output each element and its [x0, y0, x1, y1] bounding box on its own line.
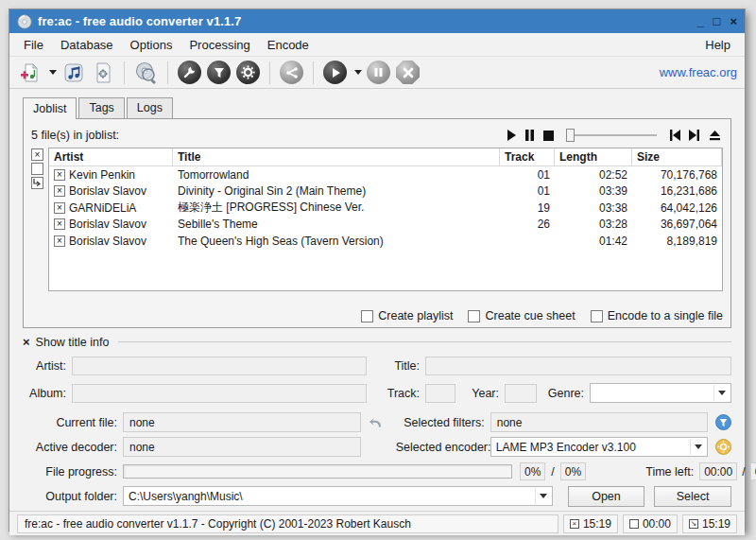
album-input[interactable]: [72, 384, 367, 403]
size-value: 64,042,126: [632, 201, 722, 215]
toolbar: www.freac.org: [9, 56, 745, 89]
genre-select[interactable]: [590, 383, 731, 403]
title-value: Tomorrowland: [173, 168, 500, 182]
eject-button[interactable]: [709, 130, 721, 141]
skip-file-icon[interactable]: [368, 414, 385, 431]
toolbar-separator: [313, 61, 314, 84]
length-value: 03:28: [555, 218, 632, 231]
tab-tags[interactable]: Tags: [78, 97, 124, 119]
encoder-badge-icon[interactable]: [714, 439, 731, 456]
length-value: 03:39: [555, 184, 632, 198]
stop-button[interactable]: [543, 131, 554, 141]
minimize-button[interactable]: _: [696, 15, 703, 27]
track-checkbox[interactable]: ×: [54, 235, 65, 247]
status-panel: Current file: none Selected filters: non…: [23, 412, 731, 511]
add-file-button[interactable]: [17, 60, 43, 85]
output-folder-value: C:\Users\yangh\Music\: [129, 490, 243, 503]
tab-logs[interactable]: Logs: [127, 97, 173, 119]
menu-encode[interactable]: Encode: [259, 35, 318, 55]
track-value: 01: [500, 184, 555, 198]
track-checkbox[interactable]: ×: [54, 218, 65, 230]
artist-value: Borislav Slavov: [69, 184, 146, 198]
current-file-label: Current file:: [23, 416, 123, 429]
menu-file[interactable]: File: [15, 35, 52, 55]
pause-icon: [367, 61, 390, 84]
close-button[interactable]: ×: [730, 15, 737, 27]
titlebar[interactable]: fre:ac - free audio converter v1.1.7 _ □…: [9, 9, 745, 33]
encoder-settings-button[interactable]: [235, 60, 261, 85]
select-all-button[interactable]: ×: [31, 148, 43, 161]
selected-encoder-select[interactable]: LAME MP3 Encoder v3.100: [490, 437, 708, 457]
open-button[interactable]: Open: [568, 486, 645, 507]
select-button[interactable]: Select: [654, 486, 731, 507]
year-input[interactable]: [505, 384, 537, 403]
collapse-icon[interactable]: ×: [23, 335, 30, 349]
track-checkbox[interactable]: ×: [54, 169, 65, 181]
maximize-button[interactable]: □: [713, 15, 721, 27]
pause-conversion-button[interactable]: [366, 60, 391, 85]
select-none-button[interactable]: [31, 163, 43, 175]
menu-database[interactable]: Database: [52, 35, 122, 55]
artist-value: GARNiDELiA: [69, 201, 136, 215]
seek-slider[interactable]: [566, 129, 657, 142]
create-cuesheet-option[interactable]: Create cue sheet: [468, 309, 575, 322]
filters-badge-icon[interactable]: [714, 414, 731, 431]
filter-settings-button[interactable]: [206, 60, 232, 85]
total-percent: 0%: [560, 462, 586, 480]
table-row[interactable]: ×Borislav Slavov Divinity - Original Sin…: [49, 183, 722, 200]
column-track[interactable]: Track: [500, 148, 555, 165]
selection-buttons: ×: [31, 148, 48, 291]
track-checkbox[interactable]: ×: [54, 202, 65, 214]
time-slash: /: [742, 465, 745, 479]
table-row[interactable]: ×Borislav Slavov Sebille's Theme 26 03:2…: [49, 217, 722, 234]
title-info-header[interactable]: Show title info: [36, 336, 110, 349]
column-artist[interactable]: Artist: [49, 148, 173, 165]
column-length[interactable]: Length: [555, 148, 632, 165]
single-file-checkbox[interactable]: [591, 310, 603, 322]
menu-help[interactable]: Help: [696, 35, 739, 55]
cddb-lookup-button[interactable]: [133, 60, 159, 85]
chevron-down-icon: [535, 488, 551, 504]
title-input[interactable]: [425, 357, 731, 375]
create-playlist-option[interactable]: Create playlist: [361, 309, 453, 322]
next-track-button[interactable]: [689, 130, 700, 141]
toggle-selection-button[interactable]: [31, 177, 43, 189]
tabstrip: Joblist Tags Logs: [9, 89, 745, 118]
column-size[interactable]: Size: [632, 148, 722, 165]
time-total-value: 15:19: [702, 517, 730, 531]
track-input[interactable]: [425, 384, 455, 403]
menu-processing[interactable]: Processing: [180, 35, 258, 55]
seek-slider-thumb[interactable]: [566, 129, 575, 142]
length-value: 02:52: [555, 168, 632, 182]
pause-button[interactable]: [524, 130, 535, 141]
tab-joblist[interactable]: Joblist: [23, 97, 77, 119]
time-unselected-box: 00:00: [623, 514, 678, 533]
output-folder-select[interactable]: C:\Users\yangh\Music\: [123, 486, 553, 506]
joblist-table: Artist Title Track Length Size ×Kevin Pe…: [48, 148, 723, 291]
previous-track-button[interactable]: [669, 130, 680, 141]
table-row[interactable]: ×Borislav Slavov The Queen's High Seas (…: [49, 233, 722, 250]
play-button[interactable]: [507, 130, 516, 141]
split-output-button[interactable]: [279, 60, 304, 85]
file-info-button[interactable]: [90, 60, 115, 85]
artist-input[interactable]: [72, 357, 367, 375]
single-file-option[interactable]: Encode to a single file: [591, 309, 723, 322]
title-value: Divinity - Original Sin 2 (Main Theme): [173, 184, 500, 198]
stop-conversion-button[interactable]: [395, 60, 421, 85]
track-checkbox[interactable]: ×: [54, 185, 65, 197]
audio-file-button[interactable]: [60, 60, 86, 85]
time-selected-value: 15:19: [583, 517, 611, 531]
general-settings-button[interactable]: [177, 60, 202, 85]
table-row[interactable]: ×Kevin Penkin Tomorrowland 01 02:52 70,1…: [49, 166, 722, 183]
create-playlist-checkbox[interactable]: [361, 310, 373, 322]
start-conversion-button[interactable]: [322, 60, 348, 85]
create-cuesheet-checkbox[interactable]: [468, 310, 480, 322]
menu-options[interactable]: Options: [122, 35, 181, 55]
column-title[interactable]: Title: [173, 148, 500, 165]
table-row[interactable]: ×GARNiDELiA 極楽浄土 [PROGRESS] Chinese Ver.…: [49, 200, 722, 217]
add-file-dropdown-caret[interactable]: [49, 70, 57, 75]
freac-website-link[interactable]: www.freac.org: [660, 65, 737, 79]
time-left-label: Time left:: [599, 465, 699, 479]
start-conversion-dropdown-caret[interactable]: [354, 70, 362, 75]
table-header[interactable]: Artist Title Track Length Size: [49, 148, 722, 166]
